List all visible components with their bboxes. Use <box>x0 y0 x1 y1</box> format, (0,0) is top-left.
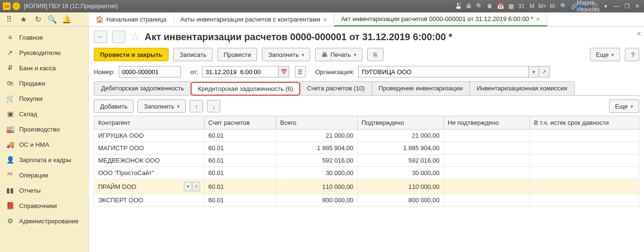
save-icon[interactable]: 💾 <box>454 2 462 10</box>
col-total[interactable]: Всего <box>276 116 358 130</box>
cell-contragent[interactable]: ЭКСПЕРТ ООО <box>94 194 204 207</box>
cell-unconfirmed[interactable] <box>444 142 530 154</box>
cell-contragent[interactable]: ПРАЙМ ООО▾↗ <box>94 179 204 194</box>
nav-back-button[interactable]: ← <box>94 31 107 43</box>
tab-accounts[interactable]: Счета расчетов (10) <box>300 81 372 95</box>
cell-confirmed[interactable]: 592 016,00 <box>358 154 444 167</box>
col-unconfirmed[interactable]: Не подтверждено <box>444 116 530 130</box>
cell-contragent[interactable]: МАГИСТР ООО <box>94 142 204 154</box>
apps-icon[interactable]: ⠿ <box>5 15 13 24</box>
tab-home[interactable]: 🏠 Начальная страница <box>89 12 174 26</box>
cell-unconfirmed[interactable] <box>444 130 530 142</box>
cell-unconfirmed[interactable] <box>444 194 530 207</box>
save-button[interactable]: Записать <box>173 48 213 61</box>
cell-contragent[interactable]: ИГРУШКА ООО <box>94 130 204 142</box>
cell-account[interactable]: 60.01 <box>204 142 276 154</box>
number-input[interactable] <box>119 66 181 77</box>
table-row[interactable]: МЕДВЕЖОНОК ООО60.01592 016,00592 016,00 <box>94 154 639 167</box>
cell-account[interactable]: 60.01 <box>204 167 276 179</box>
sidebar-item-main[interactable]: ≡Главное <box>0 30 89 45</box>
sidebar-item-sales[interactable]: 🛍Продажи <box>0 76 89 91</box>
zoom-icon[interactable]: 🔍 <box>560 2 567 10</box>
add-button[interactable]: Добавить <box>94 99 134 113</box>
search-icon[interactable]: 🔍 <box>475 2 483 10</box>
cell-confirmed[interactable]: 1 885 904,00 <box>358 142 444 154</box>
cell-account[interactable]: 60.01 <box>204 179 276 194</box>
close-icon[interactable]: ✕ <box>633 2 641 10</box>
col-confirmed[interactable]: Подтверждено <box>358 116 444 130</box>
dropdown-icon[interactable]: ▾ <box>184 182 192 191</box>
cell-confirmed[interactable]: 21 000,00 <box>358 130 444 142</box>
tab-close-icon[interactable]: × <box>536 15 540 23</box>
tab-close-icon[interactable]: × <box>323 16 327 23</box>
open-icon[interactable]: ↗ <box>539 66 550 77</box>
m-minus-icon[interactable]: M- <box>549 2 557 10</box>
open-icon[interactable]: ↗ <box>192 182 200 191</box>
cell-expired[interactable] <box>530 167 639 179</box>
search-tool-icon[interactable]: 🔍 <box>48 15 56 24</box>
m-icon[interactable]: M <box>528 2 536 10</box>
tab-commission[interactable]: Инвентаризационная комиссия <box>469 81 574 95</box>
tab-inventory[interactable]: Проведение инвентаризации <box>372 81 470 95</box>
tab-acts-list[interactable]: Акты инвентаризации расчетов с контраген… <box>174 12 334 26</box>
cell-account[interactable]: 60.01 <box>204 130 276 142</box>
cell-unconfirmed[interactable] <box>444 167 530 179</box>
print-button[interactable]: 🖶Печать▾ <box>315 48 362 61</box>
tab-creditor[interactable]: Кредиторская задолженность (6) <box>191 82 300 96</box>
cell-contragent[interactable]: ООО "ПростоСайт" <box>94 167 204 179</box>
m-plus-icon[interactable]: M+ <box>539 2 546 10</box>
sidebar-item-warehouse[interactable]: ▣Склад <box>0 106 89 121</box>
minimize-icon[interactable]: — <box>612 2 620 10</box>
sidebar-item-production[interactable]: 🏭Производство <box>0 121 89 137</box>
move-down-button[interactable]: ↓ <box>207 100 220 112</box>
app-dropdown-icon[interactable]: ▾ <box>12 2 20 10</box>
post-and-close-button[interactable]: Провести и закрыть <box>94 48 169 61</box>
post-button[interactable]: Провести <box>217 48 258 61</box>
move-up-button[interactable]: ↑ <box>190 100 203 112</box>
history-icon[interactable]: ↻ <box>34 15 42 24</box>
cell-total[interactable]: 1 885 904,00 <box>276 142 358 154</box>
date-input[interactable] <box>202 66 279 77</box>
fill-rows-button[interactable]: Заполнить▾ <box>137 99 186 113</box>
table-row[interactable]: ООО "ПростоСайт"60.0130 000,0030 000,00 <box>94 167 639 179</box>
table-row[interactable]: ЭКСПЕРТ ООО60.01800 000,00800 000,00 <box>94 194 639 207</box>
sidebar-item-payroll[interactable]: 👤Зарплата и кадры <box>0 152 89 167</box>
sidebar-item-reports[interactable]: ▮▮Отчеты <box>0 183 89 198</box>
info-icon[interactable]: ⓘ <box>591 2 599 10</box>
sidebar-item-assets[interactable]: 🚚ОС и НМА <box>0 137 89 152</box>
cell-total[interactable]: 592 016,00 <box>276 154 358 167</box>
cell-unconfirmed[interactable] <box>444 179 530 194</box>
cell-total[interactable]: 110 000,00 <box>276 179 358 194</box>
cell-expired[interactable] <box>530 194 639 207</box>
cell-contragent[interactable]: МЕДВЕЖОНОК ООО <box>94 154 204 167</box>
cell-expired[interactable] <box>530 142 639 154</box>
user-label[interactable]: 👤 Мария Иванова <box>581 2 588 10</box>
calendar-picker-icon[interactable]: 📅 <box>279 66 289 77</box>
fill-button[interactable]: Заполнить▾ <box>262 48 310 61</box>
cell-account[interactable]: 60.01 <box>204 194 276 207</box>
table-row[interactable]: МАГИСТР ООО60.011 885 904,001 885 904,00 <box>94 142 639 154</box>
table-row[interactable]: ПРАЙМ ООО▾↗60.01110 000,00110 000,00 <box>94 179 639 194</box>
tab-act-document[interactable]: Акт инвентаризации расчетов 0000-000001 … <box>334 12 547 26</box>
star-icon[interactable]: ☆ <box>130 31 140 43</box>
cell-expired[interactable] <box>530 179 639 194</box>
sidebar-item-operations[interactable]: ᴬᴷОперации <box>0 167 89 183</box>
calc-icon[interactable]: 🖩 <box>486 2 494 10</box>
col-account[interactable]: Счет расчетов <box>204 116 276 130</box>
more-button[interactable]: Еще▾ <box>590 48 620 61</box>
sidebar-item-manager[interactable]: ↗Руководителю <box>0 45 89 60</box>
cell-confirmed[interactable]: 30 000,00 <box>358 167 444 179</box>
favorite-icon[interactable]: ★ <box>19 15 28 24</box>
structure-button[interactable]: ⎘ <box>367 48 384 61</box>
cell-expired[interactable] <box>530 154 639 167</box>
doc-icon[interactable]: ☰ <box>295 66 305 77</box>
cell-account[interactable]: 60.01 <box>204 154 276 167</box>
cell-confirmed[interactable]: 110 000,00 <box>358 179 444 194</box>
cell-expired[interactable] <box>530 130 639 142</box>
cell-unconfirmed[interactable] <box>444 154 530 167</box>
bell-icon[interactable]: 🔔 <box>62 15 71 24</box>
print-icon[interactable]: 🖶 <box>465 2 473 10</box>
close-document-icon[interactable]: × <box>637 30 641 38</box>
restore-icon[interactable]: ❐ <box>623 2 631 10</box>
menu-icon[interactable]: ▾ <box>602 2 610 10</box>
